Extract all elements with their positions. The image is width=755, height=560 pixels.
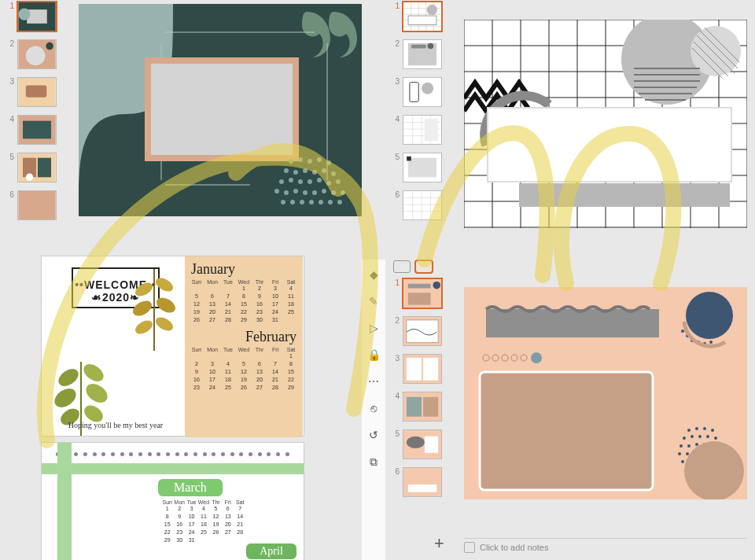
tool-duplicate-icon[interactable]: ⧉: [365, 453, 382, 470]
calendar-page-mar-apr[interactable]: March SunMonTueWedThrFriSat 123456789101…: [41, 442, 304, 560]
dow-row: SunMonTueWedThrFriSat: [185, 347, 303, 352]
svg-rect-125: [488, 108, 731, 182]
notes-bar[interactable]: Click to add notes: [464, 538, 747, 554]
slide-thumbnail[interactable]: [403, 392, 442, 422]
svg-point-22: [289, 159, 293, 164]
month-label-february: February: [191, 329, 296, 345]
svg-point-53: [328, 200, 333, 204]
svg-point-37: [317, 178, 322, 182]
slide-thumbnail[interactable]: [17, 115, 57, 145]
dow-row: SunMonTueWedThrFriSat: [185, 279, 303, 285]
slide-thumbnail[interactable]: [17, 190, 57, 220]
svg-point-188: [678, 452, 681, 455]
svg-point-34: [289, 178, 293, 182]
svg-point-42: [293, 189, 298, 193]
slide-thumbnail[interactable]: [403, 115, 442, 145]
svg-rect-146: [407, 358, 422, 381]
svg-rect-154: [403, 468, 441, 496]
svg-point-132: [153, 315, 175, 333]
svg-rect-141: [408, 293, 431, 304]
svg-point-177: [683, 437, 686, 440]
svg-rect-7: [26, 85, 47, 97]
tool-settings-icon[interactable]: ⎋: [365, 400, 382, 417]
svg-point-64: [427, 5, 437, 15]
slide-thumbnail[interactable]: [403, 153, 442, 182]
svg-rect-147: [423, 358, 438, 381]
calendar-block: January SunMonTueWedThrFriSat 1234567891…: [185, 256, 303, 437]
svg-rect-171: [480, 372, 653, 490]
thumb-number: 2: [6, 39, 14, 48]
svg-point-194: [681, 460, 684, 463]
add-slide-button[interactable]: +: [434, 533, 444, 554]
svg-point-43: [303, 190, 308, 195]
svg-point-135: [51, 385, 79, 411]
slide-thumbnail[interactable]: [17, 2, 57, 31]
svg-point-51: [309, 200, 314, 204]
slide-thumbnail[interactable]: [17, 153, 57, 182]
svg-point-40: [274, 189, 279, 193]
slide-thumbnail[interactable]: [403, 77, 442, 107]
svg-marker-83: [407, 157, 411, 161]
tool-cursor-icon[interactable]: ▷: [365, 319, 382, 337]
svg-point-183: [687, 444, 691, 448]
svg-point-130: [154, 295, 179, 316]
slide-thumbnail[interactable]: [17, 39, 57, 69]
slide-canvas[interactable]: [464, 287, 747, 499]
svg-point-25: [317, 157, 322, 162]
thumbnail-strip: 1 2 3 4 5 6: [6, 2, 61, 228]
svg-point-54: [337, 200, 342, 204]
slide-thumbnail[interactable]: [403, 354, 442, 384]
svg-point-26: [326, 160, 331, 165]
welcome-message: Hoping you'll be my best year: [50, 421, 182, 429]
slide-thumbnail[interactable]: [403, 2, 442, 31]
tool-diamond-icon[interactable]: ◆: [365, 266, 382, 283]
svg-point-170: [531, 352, 542, 363]
slide-thumbnail[interactable]: [403, 190, 442, 220]
svg-rect-82: [408, 158, 436, 178]
tool-history-icon[interactable]: ↺: [365, 426, 382, 444]
slide-thumbnail[interactable]: [403, 467, 442, 497]
welcome-block: ••WELCOME•• ☙2020❧: [50, 264, 182, 429]
svg-point-24: [308, 159, 312, 164]
svg-point-180: [706, 435, 709, 438]
svg-point-50: [300, 200, 304, 204]
svg-point-45: [322, 189, 326, 193]
slide-thumbnail[interactable]: [403, 278, 442, 308]
svg-point-163: [709, 341, 713, 344]
tool-more-icon[interactable]: ⋯: [365, 373, 382, 390]
thumb-number: 1: [392, 278, 400, 287]
tool-lock-icon[interactable]: 🔒: [365, 346, 382, 363]
svg-point-48: [281, 200, 285, 204]
tool-pen-icon[interactable]: ✎: [365, 293, 382, 310]
svg-point-189: [686, 452, 689, 455]
svg-point-36: [308, 179, 312, 184]
slide-canvas[interactable]: [464, 20, 747, 228]
calendar-page-jan-feb[interactable]: ••WELCOME•• ☙2020❧: [41, 256, 304, 437]
month-label-march: March: [158, 479, 223, 496]
slide-thumbnail[interactable]: [403, 39, 442, 69]
svg-point-13: [26, 174, 33, 181]
slide-canvas[interactable]: [79, 4, 362, 216]
svg-point-152: [407, 437, 425, 448]
svg-rect-144: [407, 320, 438, 343]
panel-top-left: 1 2 3 4 5 6: [0, 0, 378, 252]
svg-point-2: [18, 9, 30, 20]
svg-rect-149: [407, 397, 422, 417]
svg-point-199: [684, 441, 744, 499]
svg-rect-155: [408, 484, 436, 492]
svg-point-176: [711, 429, 714, 432]
notes-placeholder: Click to add notes: [480, 543, 548, 552]
svg-point-30: [312, 170, 317, 175]
svg-point-181: [714, 437, 717, 440]
thumb-number: 2: [392, 39, 400, 48]
thumb-number: 3: [392, 77, 400, 86]
svg-point-52: [319, 200, 323, 204]
svg-point-178: [691, 435, 694, 438]
svg-rect-1: [28, 9, 47, 23]
svg-point-33: [279, 179, 284, 184]
slide-thumbnail[interactable]: [17, 77, 57, 107]
slide-thumbnail[interactable]: [403, 429, 442, 459]
thumb-number: 5: [392, 153, 400, 161]
slide-thumbnail[interactable]: [403, 316, 442, 346]
svg-rect-80: [425, 119, 438, 141]
